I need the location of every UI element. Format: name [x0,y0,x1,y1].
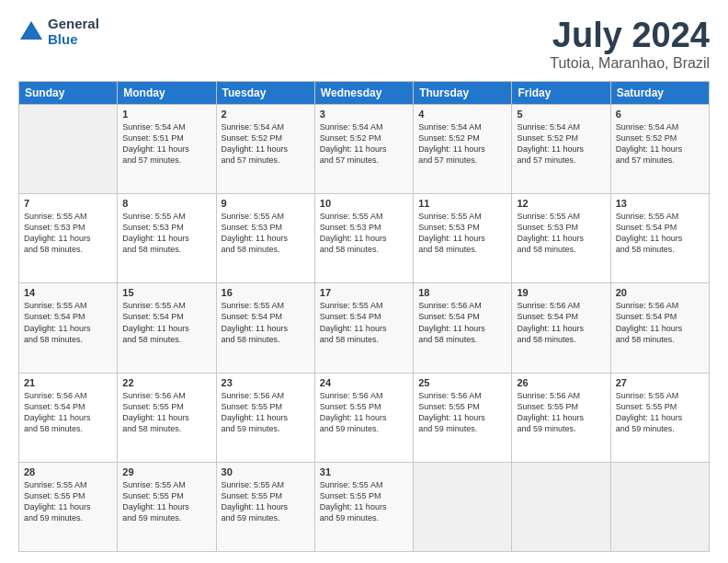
calendar-header-friday: Friday [512,81,610,104]
day-number: 13 [616,198,704,209]
page-title: July 2024 [550,17,710,55]
day-info: Sunrise: 5:55 AMSunset: 5:55 PMDaylight:… [222,479,310,524]
day-info: Sunrise: 5:54 AMSunset: 5:51 PMDaylight:… [122,121,210,167]
calendar-cell [610,462,709,551]
calendar-cell [414,462,512,551]
day-info: Sunrise: 5:56 AMSunset: 5:55 PMDaylight:… [222,390,310,435]
header: General Blue July 2024 Tutoia, Maranhao,… [18,17,710,72]
calendar-cell: 13Sunrise: 5:55 AMSunset: 5:54 PMDayligh… [610,194,709,283]
day-info: Sunrise: 5:56 AMSunset: 5:55 PMDaylight:… [122,390,210,435]
page: General Blue July 2024 Tutoia, Maranhao,… [0,0,728,563]
logo-blue: Blue [48,32,99,48]
day-info: Sunrise: 5:54 AMSunset: 5:52 PMDaylight:… [222,121,310,167]
calendar-cell: 10Sunrise: 5:55 AMSunset: 5:53 PMDayligh… [314,194,413,283]
calendar-cell: 24Sunrise: 5:56 AMSunset: 5:55 PMDayligh… [314,373,413,462]
day-number: 31 [320,466,408,477]
calendar-cell: 26Sunrise: 5:56 AMSunset: 5:55 PMDayligh… [512,373,610,462]
calendar-cell: 3Sunrise: 5:54 AMSunset: 5:52 PMDaylight… [314,104,413,193]
day-info: Sunrise: 5:56 AMSunset: 5:55 PMDaylight:… [320,390,408,435]
calendar-week-2: 7Sunrise: 5:55 AMSunset: 5:53 PMDaylight… [19,194,710,283]
day-number: 26 [517,377,605,388]
calendar-cell [512,462,610,551]
day-info: Sunrise: 5:54 AMSunset: 5:52 PMDaylight:… [418,121,506,167]
calendar-cell: 29Sunrise: 5:55 AMSunset: 5:55 PMDayligh… [118,462,216,551]
calendar-cell: 18Sunrise: 5:56 AMSunset: 5:54 PMDayligh… [414,283,512,373]
calendar-week-1: 1Sunrise: 5:54 AMSunset: 5:51 PMDaylight… [19,104,710,193]
calendar-cell: 2Sunrise: 5:54 AMSunset: 5:52 PMDaylight… [216,104,314,193]
calendar-cell: 4Sunrise: 5:54 AMSunset: 5:52 PMDaylight… [414,104,512,193]
calendar-header-tuesday: Tuesday [216,81,314,104]
calendar-cell: 9Sunrise: 5:55 AMSunset: 5:53 PMDaylight… [216,194,314,283]
day-number: 8 [122,198,210,209]
day-number: 27 [616,377,704,388]
day-info: Sunrise: 5:54 AMSunset: 5:52 PMDaylight:… [517,121,605,167]
day-number: 9 [222,198,310,209]
day-number: 28 [24,466,112,477]
calendar-cell: 25Sunrise: 5:56 AMSunset: 5:55 PMDayligh… [414,373,512,462]
calendar-cell: 7Sunrise: 5:55 AMSunset: 5:53 PMDaylight… [19,194,118,283]
calendar-cell: 28Sunrise: 5:55 AMSunset: 5:55 PMDayligh… [19,462,118,551]
day-number: 14 [24,287,112,298]
calendar-week-3: 14Sunrise: 5:55 AMSunset: 5:54 PMDayligh… [19,283,710,373]
day-info: Sunrise: 5:55 AMSunset: 5:53 PMDaylight:… [122,211,210,256]
day-info: Sunrise: 5:55 AMSunset: 5:53 PMDaylight:… [320,211,408,256]
day-info: Sunrise: 5:56 AMSunset: 5:54 PMDaylight:… [24,390,112,435]
calendar-cell: 31Sunrise: 5:55 AMSunset: 5:55 PMDayligh… [314,462,413,551]
calendar-header-thursday: Thursday [414,81,512,104]
day-info: Sunrise: 5:55 AMSunset: 5:55 PMDaylight:… [320,479,408,524]
day-info: Sunrise: 5:55 AMSunset: 5:53 PMDaylight:… [418,211,506,256]
day-number: 29 [122,466,210,477]
day-number: 25 [418,377,506,388]
day-info: Sunrise: 5:56 AMSunset: 5:54 PMDaylight:… [517,300,605,345]
day-info: Sunrise: 5:55 AMSunset: 5:54 PMDaylight:… [320,300,408,345]
day-info: Sunrise: 5:55 AMSunset: 5:53 PMDaylight:… [24,211,112,256]
calendar-table: SundayMondayTuesdayWednesdayThursdayFrid… [18,81,710,552]
day-number: 10 [320,198,408,209]
calendar-week-4: 21Sunrise: 5:56 AMSunset: 5:54 PMDayligh… [19,373,710,462]
day-number: 6 [616,109,704,120]
day-number: 20 [616,287,704,298]
calendar-cell: 27Sunrise: 5:55 AMSunset: 5:55 PMDayligh… [610,373,709,462]
logo-general: General [48,17,99,32]
title-block: July 2024 Tutoia, Maranhao, Brazil [550,17,710,72]
calendar-cell: 30Sunrise: 5:55 AMSunset: 5:55 PMDayligh… [216,462,314,551]
day-number: 17 [320,287,408,298]
day-info: Sunrise: 5:54 AMSunset: 5:52 PMDaylight:… [616,121,704,167]
calendar-cell: 5Sunrise: 5:54 AMSunset: 5:52 PMDaylight… [512,104,610,193]
calendar-week-5: 28Sunrise: 5:55 AMSunset: 5:55 PMDayligh… [19,462,710,551]
day-info: Sunrise: 5:56 AMSunset: 5:54 PMDaylight:… [616,300,704,345]
day-info: Sunrise: 5:56 AMSunset: 5:55 PMDaylight:… [517,390,605,435]
logo-text: General Blue [48,17,99,47]
calendar-cell: 11Sunrise: 5:55 AMSunset: 5:53 PMDayligh… [414,194,512,283]
calendar-cell [19,104,118,193]
day-number: 2 [222,109,310,120]
calendar-header-sunday: Sunday [19,81,118,104]
calendar-header-wednesday: Wednesday [314,81,413,104]
day-info: Sunrise: 5:55 AMSunset: 5:55 PMDaylight:… [24,479,112,524]
day-number: 24 [320,377,408,388]
day-number: 12 [517,198,605,209]
day-number: 18 [418,287,506,298]
day-number: 7 [24,198,112,209]
day-number: 30 [222,466,310,477]
day-info: Sunrise: 5:55 AMSunset: 5:55 PMDaylight:… [122,479,210,524]
day-number: 11 [418,198,506,209]
day-info: Sunrise: 5:55 AMSunset: 5:55 PMDaylight:… [616,390,704,435]
page-subtitle: Tutoia, Maranhao, Brazil [550,55,710,72]
calendar-cell: 22Sunrise: 5:56 AMSunset: 5:55 PMDayligh… [118,373,216,462]
day-number: 3 [320,109,408,120]
day-number: 19 [517,287,605,298]
day-info: Sunrise: 5:56 AMSunset: 5:54 PMDaylight:… [418,300,506,345]
day-info: Sunrise: 5:55 AMSunset: 5:53 PMDaylight:… [517,211,605,256]
calendar-cell: 19Sunrise: 5:56 AMSunset: 5:54 PMDayligh… [512,283,610,373]
day-number: 22 [122,377,210,388]
day-number: 16 [222,287,310,298]
calendar-cell: 21Sunrise: 5:56 AMSunset: 5:54 PMDayligh… [19,373,118,462]
day-info: Sunrise: 5:54 AMSunset: 5:52 PMDaylight:… [320,121,408,167]
day-info: Sunrise: 5:56 AMSunset: 5:55 PMDaylight:… [418,390,506,435]
calendar-cell: 16Sunrise: 5:55 AMSunset: 5:54 PMDayligh… [216,283,314,373]
calendar-cell: 20Sunrise: 5:56 AMSunset: 5:54 PMDayligh… [610,283,709,373]
calendar-header-row: SundayMondayTuesdayWednesdayThursdayFrid… [19,81,710,104]
calendar-header-saturday: Saturday [610,81,709,104]
calendar-cell: 8Sunrise: 5:55 AMSunset: 5:53 PMDaylight… [118,194,216,283]
